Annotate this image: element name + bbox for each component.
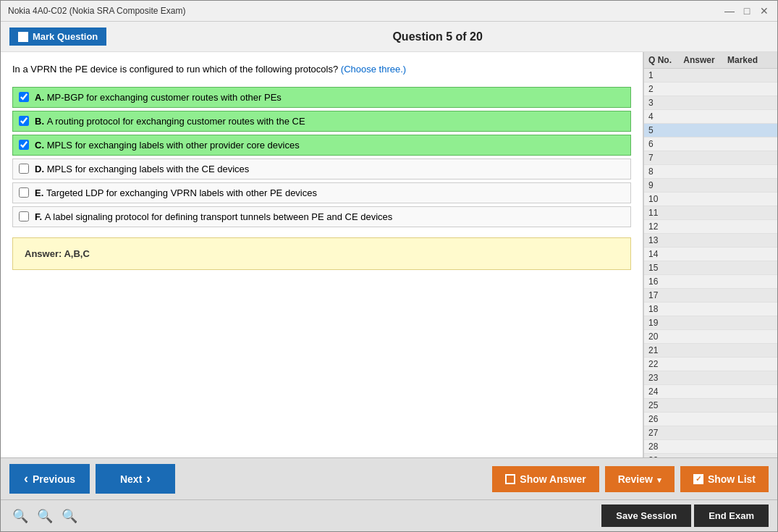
q-list-row-3[interactable]: 3 [644, 96, 777, 110]
option-row-c[interactable]: C. MPLS for exchanging labels with other… [12, 135, 631, 156]
q-list-row-20[interactable]: 20 [644, 330, 777, 344]
option-row-e[interactable]: E. Targeted LDP for exchanging VPRN labe… [12, 182, 631, 203]
review-dropdown-icon [657, 473, 661, 485]
question-panel: In a VPRN the PE device is configured to… [1, 52, 643, 457]
q-list-row-7[interactable]: 7 [644, 151, 777, 165]
q-list-row-5[interactable]: 5 [644, 124, 777, 138]
q-list-row-11[interactable]: 11 [644, 206, 777, 220]
minimize-button[interactable]: — [724, 5, 735, 17]
previous-chevron-icon [24, 471, 28, 486]
option-label-a: A. MP-BGP for exchanging customer routes… [35, 92, 282, 103]
question-text-choose: (Choose three.) [341, 64, 406, 75]
previous-label: Previous [33, 473, 75, 485]
q-list-row-13[interactable]: 13 [644, 234, 777, 248]
q-list-body[interactable]: 1234567891011121314151617181920212223242… [644, 69, 777, 457]
q-list-row-19[interactable]: 19 [644, 316, 777, 330]
next-button[interactable]: Next [96, 464, 175, 494]
zoom-normal-button[interactable]: 🔍 [34, 507, 56, 525]
q-list-row-12[interactable]: 12 [644, 220, 777, 234]
option-checkbox-e[interactable] [19, 187, 29, 198]
option-checkbox-a[interactable] [19, 92, 29, 102]
option-label-b: B. A routing protocol for exchanging cus… [35, 116, 305, 127]
options-container: A. MP-BGP for exchanging customer routes… [12, 87, 631, 227]
main-content: In a VPRN the PE device is configured to… [1, 52, 777, 457]
show-list-check-icon: ✓ [693, 474, 703, 484]
title-controls: — □ ✕ [724, 5, 770, 17]
next-label: Next [120, 473, 142, 485]
header-q-no: Q No. [648, 55, 677, 65]
q-list-row-21[interactable]: 21 [644, 344, 777, 358]
q-list-row-9[interactable]: 9 [644, 179, 777, 193]
footer-bar: 🔍 🔍 🔍 Save Session End Exam [1, 499, 777, 531]
q-list-row-22[interactable]: 22 [644, 358, 777, 371]
q-list-row-8[interactable]: 8 [644, 165, 777, 179]
zoom-out-button[interactable]: 🔍 [59, 507, 80, 525]
q-row-num-3: 3 [648, 98, 677, 108]
option-checkbox-d[interactable] [19, 164, 29, 174]
review-label: Review [618, 473, 653, 485]
option-label-d: D. MPLS for exchanging labels with the C… [35, 164, 249, 174]
option-checkbox-f[interactable] [19, 211, 29, 221]
q-list-row-10[interactable]: 10 [644, 193, 777, 206]
option-text-b: A routing protocol for exchanging custom… [47, 116, 305, 127]
option-text-f: A label signaling protocol for defining … [45, 211, 393, 222]
option-text-c: MPLS for exchanging labels with other pr… [47, 140, 300, 151]
q-list-row-23[interactable]: 23 [644, 371, 777, 385]
option-row-b[interactable]: B. A routing protocol for exchanging cus… [12, 111, 631, 132]
q-row-num-11: 11 [648, 208, 677, 218]
q-row-num-17: 17 [648, 290, 677, 300]
close-button[interactable]: ✕ [758, 5, 770, 17]
q-list-row-26[interactable]: 26 [644, 413, 777, 426]
q-list-row-4[interactable]: 4 [644, 110, 777, 124]
previous-button[interactable]: Previous [9, 464, 90, 494]
q-row-num-9: 9 [648, 180, 677, 190]
save-session-button[interactable]: Save Session [601, 504, 691, 527]
q-list-row-28[interactable]: 28 [644, 440, 777, 454]
option-checkbox-c[interactable] [19, 140, 29, 150]
show-list-label: Show List [708, 473, 756, 485]
end-exam-button[interactable]: End Exam [694, 504, 769, 527]
q-row-num-6: 6 [648, 139, 677, 149]
show-answer-button[interactable]: Show Answer [492, 466, 599, 492]
q-row-num-10: 10 [648, 194, 677, 204]
q-list-row-18[interactable]: 18 [644, 303, 777, 316]
show-list-button[interactable]: ✓ Show List [680, 466, 769, 492]
option-text-d: MPLS for exchanging labels with the CE d… [47, 164, 250, 174]
option-label-e: E. Targeted LDP for exchanging VPRN labe… [35, 187, 317, 198]
q-row-num-26: 26 [648, 414, 677, 424]
zoom-in-button[interactable]: 🔍 [9, 507, 31, 525]
option-row-a[interactable]: A. MP-BGP for exchanging customer routes… [12, 87, 631, 108]
top-bar: Mark Question Question 5 of 20 [1, 22, 777, 52]
option-row-d[interactable]: D. MPLS for exchanging labels with the C… [12, 159, 631, 180]
option-row-f[interactable]: F. A label signaling protocol for defini… [12, 206, 631, 227]
q-row-num-22: 22 [648, 359, 677, 369]
q-list-row-15[interactable]: 15 [644, 261, 777, 275]
option-checkbox-b[interactable] [19, 116, 29, 126]
q-list-row-17[interactable]: 17 [644, 289, 777, 303]
q-row-num-12: 12 [648, 221, 677, 232]
q-list-row-6[interactable]: 6 [644, 138, 777, 151]
mark-question-button[interactable]: Mark Question [9, 28, 106, 46]
q-list-row-27[interactable]: 27 [644, 426, 777, 440]
q-row-num-16: 16 [648, 276, 677, 287]
answer-text: Answer: A,B,C [25, 248, 619, 259]
option-letter-b: B. [35, 116, 47, 127]
next-chevron-icon [146, 471, 151, 486]
q-row-num-7: 7 [648, 153, 677, 163]
option-letter-c: C. [35, 140, 47, 151]
q-row-num-4: 4 [648, 111, 677, 122]
q-list-row-16[interactable]: 16 [644, 275, 777, 289]
q-list-row-1[interactable]: 1 [644, 69, 777, 83]
q-list-row-24[interactable]: 24 [644, 385, 777, 399]
right-panel: Q No. Answer Marked 12345678910111213141… [643, 52, 777, 457]
q-list-row-14[interactable]: 14 [644, 248, 777, 261]
mark-question-icon [18, 32, 28, 42]
option-letter-e: E. [35, 187, 46, 198]
option-text-e: Targeted LDP for exchanging VPRN labels … [46, 187, 317, 198]
question-title: Question 5 of 20 [106, 30, 769, 43]
q-list-row-2[interactable]: 2 [644, 83, 777, 96]
review-button[interactable]: Review [605, 466, 675, 492]
q-row-num-15: 15 [648, 263, 677, 273]
q-list-row-25[interactable]: 25 [644, 399, 777, 413]
maximize-button[interactable]: □ [741, 5, 753, 17]
